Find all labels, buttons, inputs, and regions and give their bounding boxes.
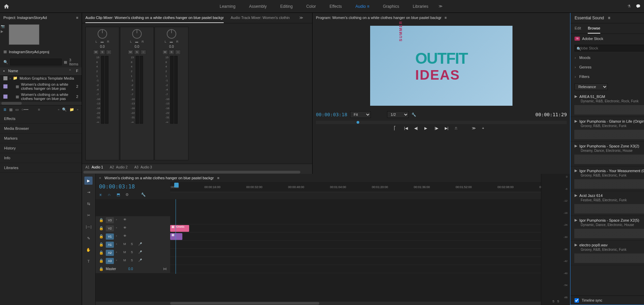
play-icon[interactable]: ▶ (575, 193, 577, 198)
mute-button[interactable]: M (123, 250, 129, 255)
es-track-item[interactable]: ▶ Igor Pumphonia - Glamor in Life (Origi… (570, 117, 644, 142)
mute-button[interactable]: M (123, 259, 129, 263)
sort-dropdown[interactable]: Relevance (575, 83, 608, 90)
sort-icon[interactable]: ≡ (38, 107, 40, 112)
panel-menu-icon[interactable]: ≡ (76, 16, 78, 20)
panel-menu-icon[interactable]: ≡ (217, 176, 219, 180)
play-icon[interactable]: ▶ (575, 168, 577, 173)
side-panel-libraries[interactable]: Libraries (0, 163, 82, 173)
lift-icon[interactable]: ⎍ (455, 126, 462, 133)
freeform-icon[interactable]: ▭ (15, 107, 19, 112)
fit-dropdown[interactable]: Fit (350, 111, 371, 118)
sequence-name[interactable]: Women's clothing on a white clothes hang… (104, 176, 214, 180)
snap-icon[interactable]: ⚹ (99, 192, 104, 198)
pen-tool-icon[interactable]: ✎ (84, 234, 93, 242)
master-out-icon[interactable]: ⋈ (163, 267, 167, 271)
waveform[interactable] (575, 179, 644, 189)
waveform[interactable] (575, 229, 644, 238)
solo-button[interactable]: S (131, 259, 136, 263)
mark-in-icon[interactable]: ⎡ (394, 126, 401, 133)
lock-icon[interactable]: 🔒 (99, 234, 104, 239)
home-icon[interactable] (3, 3, 9, 9)
icon-view-icon[interactable]: ▦ (9, 107, 13, 112)
es-track-item[interactable]: ▶ Igor Pumphonia - Space Zone X3(2) 🎤 3:… (570, 142, 644, 166)
export-frame-icon[interactable]: ≫ (472, 126, 479, 133)
play-icon[interactable]: ▶ (575, 144, 577, 148)
lock-icon[interactable]: 🔒 (99, 250, 104, 255)
master-val[interactable]: 0.0 (128, 267, 133, 271)
mute-button[interactable]: M (128, 50, 133, 55)
sort-icon[interactable]: ⌃ (68, 69, 72, 73)
sync-lock-icon[interactable]: ▫ (116, 242, 121, 247)
chevron-icon[interactable]: › (9, 76, 11, 80)
col-f-header[interactable]: F (72, 69, 78, 73)
mute-button[interactable]: M (93, 50, 99, 55)
mixer-track-tab[interactable]: A3Audio 3 (131, 164, 155, 170)
play-icon[interactable]: ▶ (575, 119, 577, 123)
solo-button[interactable]: S (100, 50, 105, 55)
play-thumb-icon[interactable]: ▶ (1, 29, 5, 33)
track-label[interactable]: V3 (106, 217, 114, 223)
mixer-track-tab[interactable]: A1Audio 1 (82, 164, 106, 170)
program-monitor[interactable]: SUMMER OUTFIT IDEAS (370, 26, 512, 106)
solo-l[interactable]: S (552, 300, 555, 303)
link-icon[interactable]: ∩ (108, 192, 113, 198)
overflow-icon[interactable]: ≫ (439, 4, 443, 8)
eye-icon[interactable]: 👁 (123, 218, 129, 223)
workspace-tab-libraries[interactable]: Libraries (406, 0, 435, 13)
play-icon[interactable]: ▶ (575, 94, 577, 99)
workspace-tab-effects[interactable]: Effects (323, 0, 348, 13)
playhead-icon[interactable] (174, 183, 179, 187)
mixer-track-tab[interactable]: A2Audio 2 (106, 164, 131, 170)
side-panel-history[interactable]: History (0, 143, 82, 153)
waveform[interactable] (575, 204, 644, 214)
workspace-tab-graphics[interactable]: Graphics (376, 0, 406, 13)
auto-icon[interactable]: ▫ (58, 107, 59, 112)
bin-icon[interactable]: ▦ (64, 60, 67, 64)
timeline-timecode[interactable]: 00:00:03:18 (96, 182, 170, 191)
marker-icon[interactable]: ⬒ (117, 192, 122, 198)
lock-icon[interactable]: 🔒 (99, 267, 104, 271)
zoom-slider[interactable]: ○━━ (21, 107, 28, 112)
bin-row[interactable]: ▦ Women's clothing on a white clothes ha… (0, 81, 82, 92)
bin-row[interactable]: ›📁 Motion Graphics Template Media (0, 75, 82, 81)
side-panel-markers[interactable]: Markers (0, 134, 82, 143)
es-filter-genres[interactable]: ›Genres (570, 62, 644, 72)
col-name-header[interactable]: Name (8, 69, 68, 73)
pan-knob[interactable] (167, 29, 176, 39)
track-select-tool-icon[interactable]: ⇥ (84, 188, 93, 196)
list-view-icon[interactable]: ≣ (3, 107, 6, 112)
solo-button[interactable]: S (131, 250, 136, 255)
lock-icon[interactable]: 🔒 (99, 259, 104, 263)
col-chip[interactable]: ▪ (3, 69, 8, 73)
slip-tool-icon[interactable]: |↔| (84, 223, 93, 231)
play-icon[interactable]: ▶ (424, 126, 431, 133)
step-fwd-icon[interactable]: |▶ (435, 126, 441, 133)
es-tab-browse[interactable]: Browse (588, 23, 600, 34)
mic-icon[interactable]: 🎤 (138, 259, 144, 263)
overflow-icon[interactable]: ≫ (297, 13, 306, 23)
workspace-tab-assembly[interactable]: Assembly (242, 0, 274, 13)
solo-button[interactable]: S (131, 242, 136, 247)
lock-icon[interactable]: 🔒 (99, 242, 104, 247)
play-icon[interactable]: ▶ (575, 218, 577, 222)
mic-icon[interactable]: 🎤 (138, 242, 144, 247)
mute-button[interactable]: M (162, 50, 168, 55)
side-panel-info[interactable]: Info (0, 153, 82, 163)
wrench-icon[interactable]: 🔧 (411, 113, 416, 117)
es-track-item[interactable]: ▶ Acid Jazz 614 🎤 2:21 124 BPM Festive, … (570, 191, 644, 216)
mic-icon[interactable]: 🎤 (138, 250, 144, 255)
track-label[interactable]: A3 (106, 258, 114, 264)
selection-tool-icon[interactable]: ▶ (84, 177, 93, 185)
mute-button[interactable]: M (123, 242, 129, 247)
step-back-icon[interactable]: ◀| (414, 126, 421, 133)
bin-row[interactable]: ▦ Women's clothing on a white clothes ha… (0, 92, 82, 102)
chat-icon[interactable]: 💬 (636, 4, 641, 8)
beaker-icon[interactable]: ⚗ (627, 4, 631, 8)
eye-icon[interactable]: 👁 (123, 234, 129, 239)
track-label[interactable]: V1 (106, 233, 114, 240)
sync-lock-icon[interactable]: ▫ (116, 218, 121, 223)
add-btn-icon[interactable]: + (482, 126, 489, 133)
sync-lock-icon[interactable]: ▫ (116, 259, 121, 263)
waveform[interactable] (575, 253, 644, 263)
